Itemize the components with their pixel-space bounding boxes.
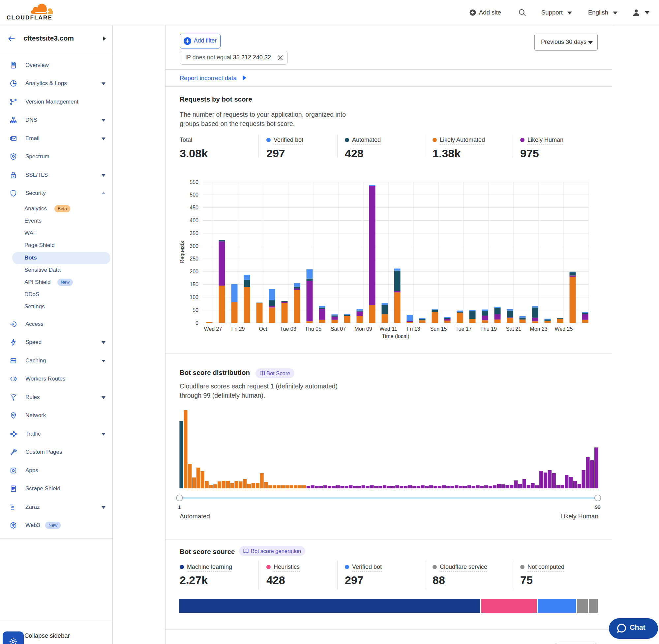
svg-text:0: 0 (195, 320, 198, 326)
svg-text:450: 450 (190, 205, 198, 210)
svg-text:Tue 03: Tue 03 (280, 326, 296, 332)
svg-text:Fri 29: Fri 29 (231, 326, 245, 332)
svg-text:200: 200 (190, 269, 198, 274)
svg-text:Wed 27: Wed 27 (204, 326, 222, 332)
svg-text:50: 50 (192, 307, 198, 313)
svg-text:Sun 15: Sun 15 (430, 326, 447, 332)
svg-text:Requests: Requests (179, 241, 185, 263)
svg-text:Oct: Oct (259, 326, 267, 332)
svg-text:250: 250 (190, 256, 198, 261)
svg-text:350: 350 (190, 230, 198, 236)
svg-text:1: 1 (178, 504, 181, 510)
svg-text:Wed 11: Wed 11 (379, 326, 397, 332)
svg-text:Sat 21: Sat 21 (506, 326, 521, 332)
svg-text:150: 150 (190, 282, 198, 287)
svg-text:Time (local): Time (local) (382, 334, 409, 339)
svg-text:500: 500 (190, 192, 198, 198)
svg-text:Fri 13: Fri 13 (407, 326, 420, 332)
svg-text:99: 99 (595, 504, 600, 510)
svg-text:550: 550 (190, 179, 198, 185)
svg-text:Likely Human: Likely Human (560, 513, 598, 520)
svg-text:Thu 19: Thu 19 (480, 326, 497, 332)
svg-text:Sat 07: Sat 07 (331, 326, 346, 332)
svg-text:Thu 05: Thu 05 (305, 326, 322, 332)
svg-text:Mon 23: Mon 23 (530, 326, 547, 332)
svg-text:Tue 17: Tue 17 (455, 326, 471, 332)
svg-text:400: 400 (190, 217, 198, 223)
svg-text:Automated: Automated (180, 513, 210, 520)
svg-text:Mon 09: Mon 09 (354, 326, 372, 332)
svg-text:300: 300 (190, 243, 198, 249)
svg-text:Wed 25: Wed 25 (555, 326, 573, 332)
svg-text:100: 100 (190, 295, 198, 300)
